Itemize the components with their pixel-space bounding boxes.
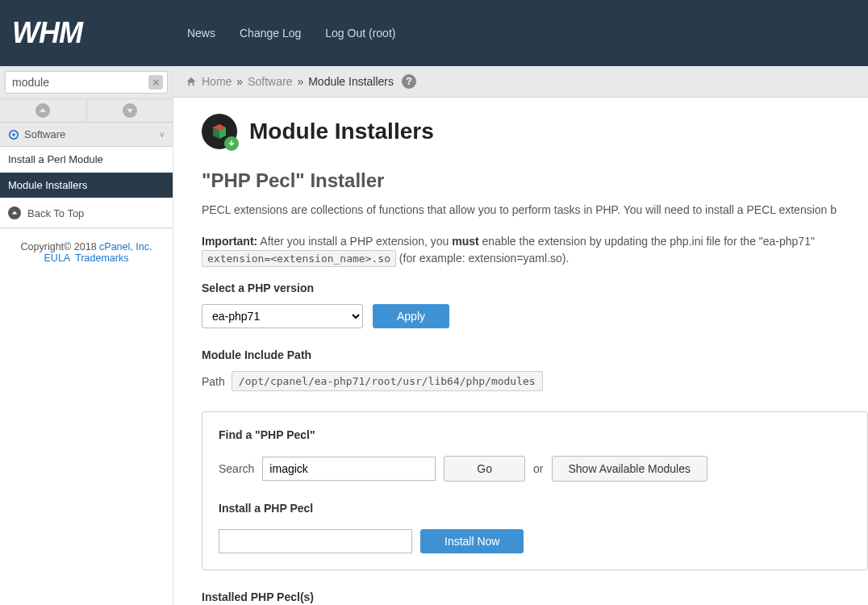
path-value: /opt/cpanel/ea-php71/root/usr/lib64/php/… [232, 371, 543, 391]
nav-changelog[interactable]: Change Log [240, 27, 301, 40]
go-button[interactable]: Go [444, 456, 525, 482]
search-clear-icon[interactable]: ✕ [148, 75, 163, 90]
page-title-row: Module Installers [202, 114, 868, 149]
important-text-1: After you install a PHP extension, you [257, 235, 452, 248]
cpanel-link[interactable]: cPanel, Inc. [99, 241, 152, 252]
find-pecl-title: Find a "PHP Pecl" [219, 428, 851, 441]
back-to-top-button[interactable]: Back To Top [0, 198, 173, 228]
important-note: Important: After you install a PHP exten… [202, 233, 868, 267]
top-bar: WHM News Change Log Log Out (root) [0, 0, 868, 66]
find-pecl-box: Find a "PHP Pecl" Search Go or Show Avai… [202, 411, 868, 570]
sidebar-item-perl-module[interactable]: Install a Perl Module [0, 147, 173, 173]
sidebar-item-module-installers[interactable]: Module Installers [0, 173, 173, 198]
breadcrumb-sep: » [297, 75, 303, 88]
php-version-select[interactable]: ea-php71 [202, 304, 363, 328]
nav-logout[interactable]: Log Out (root) [325, 27, 395, 40]
arrow-down-icon [123, 103, 137, 118]
home-icon [186, 76, 197, 87]
section-label: Software [24, 128, 65, 140]
help-icon[interactable]: ? [402, 74, 416, 89]
important-label: Important: [202, 235, 257, 248]
pecl-search-input[interactable] [262, 457, 436, 481]
arrow-up-icon [8, 207, 21, 219]
search-label: Search [219, 462, 254, 475]
extension-code: extension=<extension_name>.so [202, 250, 396, 267]
crumb-software[interactable]: Software [248, 75, 292, 88]
arrow-down-button[interactable] [87, 99, 173, 122]
installer-subtitle: "PHP Pecl" Installer [202, 169, 868, 192]
install-now-button[interactable]: Install Now [420, 529, 524, 553]
install-row: Install Now [219, 529, 851, 553]
installed-pecls-title: Installed PHP Pecl(s) [202, 590, 868, 603]
arrow-row [0, 98, 173, 122]
crumb-home[interactable]: Home [202, 75, 232, 88]
breadcrumb-sep: » [236, 75, 243, 88]
download-badge-icon [224, 136, 239, 151]
install-pecl-title: Install a PHP Pecl [219, 502, 851, 515]
show-available-button[interactable]: Show Available Modules [552, 456, 708, 482]
sidebar-section-software[interactable]: Software ∨ [0, 122, 173, 147]
module-path-label: Module Include Path [202, 348, 868, 361]
sidebar: ✕ Software ∨ Install a Perl Module Modul… [0, 66, 173, 605]
eula-link[interactable]: EULA [44, 252, 70, 264]
page-icon [202, 114, 237, 149]
main-content: Home » Software » Module Installers ? [173, 66, 868, 605]
path-prefix: Path [202, 375, 225, 388]
important-text-2: enable the extension by updating the php… [479, 235, 815, 248]
find-search-row: Search Go or Show Available Modules [219, 456, 851, 482]
breadcrumb: Home » Software » Module Installers ? [173, 66, 868, 98]
logo: WHM [12, 16, 82, 50]
nav-news[interactable]: News [187, 27, 215, 40]
arrow-up-button[interactable] [0, 99, 87, 122]
sidebar-search-input[interactable] [5, 71, 168, 94]
installer-desc: PECL extensions are collections of funct… [202, 202, 868, 219]
sidebar-footer: Copyright© 2018 cPanel, Inc. EULA Tradem… [0, 228, 173, 276]
arrow-up-icon [35, 103, 50, 118]
pecl-install-input[interactable] [219, 529, 412, 553]
code-after-text: (for example: extension=yaml.so). [396, 252, 569, 265]
chevron-down-icon: ∨ [159, 130, 165, 139]
trademarks-link[interactable]: Trademarks [75, 252, 128, 264]
top-nav: News Change Log Log Out (root) [187, 27, 395, 40]
or-text: or [533, 462, 543, 475]
must-text: must [452, 235, 478, 248]
svg-point-1 [12, 133, 15, 136]
crumb-current: Module Installers [308, 75, 394, 88]
path-row: Path /opt/cpanel/ea-php71/root/usr/lib64… [202, 371, 868, 391]
back-top-label: Back To Top [27, 207, 84, 219]
page-title: Module Installers [249, 119, 434, 144]
copyright-text: Copyright© 2018 [21, 241, 99, 252]
select-php-row: ea-php71 Apply [202, 304, 868, 328]
select-php-label: Select a PHP version [202, 282, 868, 294]
apply-button[interactable]: Apply [373, 304, 449, 328]
sidebar-search-row: ✕ [0, 66, 173, 98]
gear-icon [8, 129, 19, 140]
